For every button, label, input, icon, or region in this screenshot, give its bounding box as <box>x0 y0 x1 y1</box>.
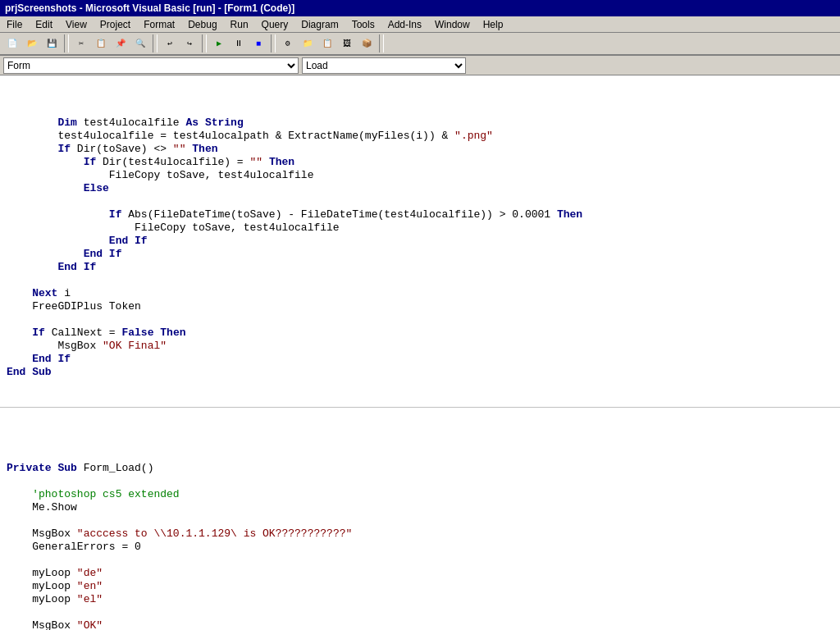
code-line: Next i <box>7 287 71 299</box>
toolbar-modules[interactable]: 📦 <box>358 34 376 52</box>
menu-format[interactable]: Format <box>137 17 181 32</box>
code-editor[interactable]: Dim test4ulocalfile As String test4uloca… <box>0 75 840 630</box>
code-content: Dim test4ulocalfile As String test4uloca… <box>0 102 840 381</box>
menu-file[interactable]: File <box>0 17 29 32</box>
menu-run[interactable]: Run <box>224 17 255 32</box>
menu-edit[interactable]: Edit <box>29 17 59 32</box>
code-line: End If <box>7 353 71 365</box>
code-line: myLoop "el" <box>7 593 103 605</box>
object-procedure-bar: Form Load <box>0 56 840 75</box>
code-line: myLoop "de" <box>7 567 103 579</box>
code-line: If Dir(toSave) <> "" Then <box>7 143 218 155</box>
toolbar-copy[interactable]: 📋 <box>92 34 110 52</box>
code-line: Me.Show <box>7 501 77 514</box>
toolbar: 📄 📂 💾 ✂ 📋 📌 🔍 ↩ ↪ ▶ ⏸ ■ ⚙ 📁 📋 🖼 📦 <box>0 33 840 56</box>
title-bar: prjScreenshots - Microsoft Visual Basic … <box>0 0 840 16</box>
code-line: End If <box>7 261 96 273</box>
toolbar-sep2 <box>153 34 158 52</box>
title-text: prjScreenshots - Microsoft Visual Basic … <box>5 2 294 14</box>
toolbar-sep1 <box>64 34 69 52</box>
toolbar-form[interactable]: 🖼 <box>338 34 356 52</box>
code-line: myLoop "en" <box>7 580 103 592</box>
code-line: MsgBox "OK" <box>7 619 103 630</box>
code-endsub: End Sub <box>7 366 52 378</box>
code-line: MsgBox "OK Final" <box>7 340 167 352</box>
menu-project[interactable]: Project <box>94 17 137 32</box>
toolbar-open[interactable]: 📂 <box>23 34 41 52</box>
code-line: End If <box>7 248 121 260</box>
toolbar-sep5 <box>379 34 384 52</box>
toolbar-undo[interactable]: ↩ <box>161 34 179 52</box>
toolbar-run[interactable]: ▶ <box>210 34 228 52</box>
toolbar-cut[interactable]: ✂ <box>72 34 90 52</box>
menu-window[interactable]: Window <box>428 17 477 32</box>
toolbar-find[interactable]: 🔍 <box>131 34 149 52</box>
code-line: GeneralErrors = 0 <box>7 541 141 553</box>
menu-query[interactable]: Query <box>255 17 295 32</box>
code-line: FreeGDIPlus Token <box>7 300 141 313</box>
code-line: If Abs(FileDateTime(toSave) - FileDateTi… <box>7 208 582 221</box>
toolbar-stop[interactable]: ■ <box>249 34 267 52</box>
code-line: If Dir(test4ulocalfile) = "" Then <box>7 156 294 168</box>
menu-debug[interactable]: Debug <box>181 17 223 32</box>
toolbar-redo[interactable]: ↪ <box>180 34 199 52</box>
code-line: 'photoshop cs5 extended <box>7 488 180 500</box>
toolbar-paste[interactable]: 📌 <box>112 34 130 52</box>
procedure-dropdown[interactable]: Load <box>302 57 466 74</box>
toolbar-new[interactable]: 📄 <box>3 34 21 52</box>
menu-tools[interactable]: Tools <box>345 17 381 32</box>
object-dropdown[interactable]: Form <box>3 57 299 74</box>
code-line: Dim test4ulocalfile As String <box>7 116 244 129</box>
code-line: FileCopy toSave, test4ulocalfile <box>7 221 340 234</box>
code-line: Else <box>7 182 109 194</box>
menu-addins[interactable]: Add-Ins <box>381 17 428 32</box>
code-line: End If <box>7 235 148 247</box>
code-subdef: Private Sub Form_Load() <box>7 462 153 474</box>
code-line: If CallNext = False Then <box>7 326 186 339</box>
menu-help[interactable]: Help <box>477 17 510 32</box>
toolbar-explorer[interactable]: 📁 <box>299 34 317 52</box>
toolbar-sep3 <box>202 34 207 52</box>
menu-view[interactable]: View <box>59 17 94 32</box>
toolbar-sep4 <box>271 34 276 52</box>
toolbar-pause[interactable]: ⏸ <box>230 34 248 52</box>
code-line: FileCopy toSave, test4ulocalfile <box>7 169 313 181</box>
code-content-2: Private Sub Form_Load() 'photoshop cs5 e… <box>0 434 840 630</box>
toolbar-save[interactable]: 💾 <box>43 34 61 52</box>
menu-bar: File Edit View Project Format Debug Run … <box>0 16 840 33</box>
toolbar-design[interactable]: ⚙ <box>279 34 297 52</box>
code-line: MsgBox "acccess to \\10.1.1.129\ is OK??… <box>7 527 352 540</box>
toolbar-props[interactable]: 📋 <box>318 34 336 52</box>
code-line: test4ulocalfile = test4ulocalpath & Extr… <box>7 130 493 142</box>
menu-diagram[interactable]: Diagram <box>294 17 345 32</box>
section-divider-1 <box>0 407 840 408</box>
